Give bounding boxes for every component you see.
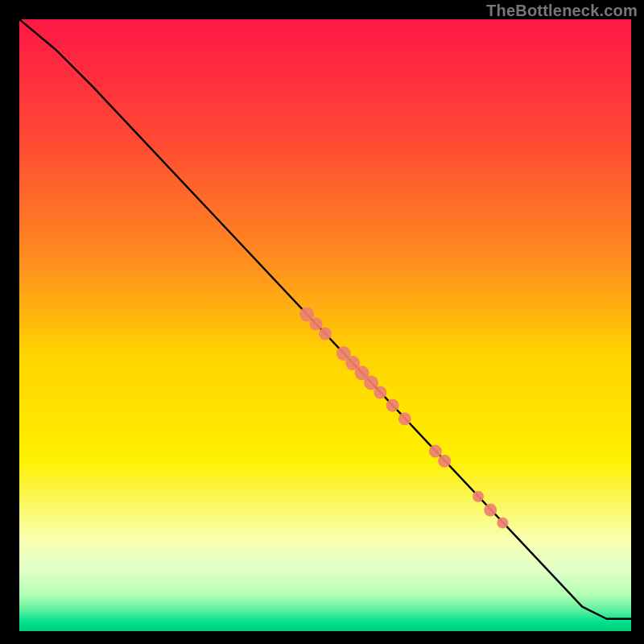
data-point — [497, 518, 508, 529]
bottleneck-chart — [0, 0, 644, 644]
data-point — [473, 491, 484, 502]
gradient-fill — [19, 19, 631, 631]
watermark-text: TheBottleneck.com — [486, 2, 638, 20]
data-point — [374, 386, 386, 399]
data-point — [398, 412, 411, 425]
data-point — [319, 328, 332, 341]
data-point — [386, 399, 399, 412]
chart-stage: TheBottleneck.com — [0, 0, 644, 644]
data-point — [310, 318, 323, 331]
data-point — [429, 445, 442, 458]
data-point — [438, 455, 451, 468]
data-point — [484, 504, 497, 517]
